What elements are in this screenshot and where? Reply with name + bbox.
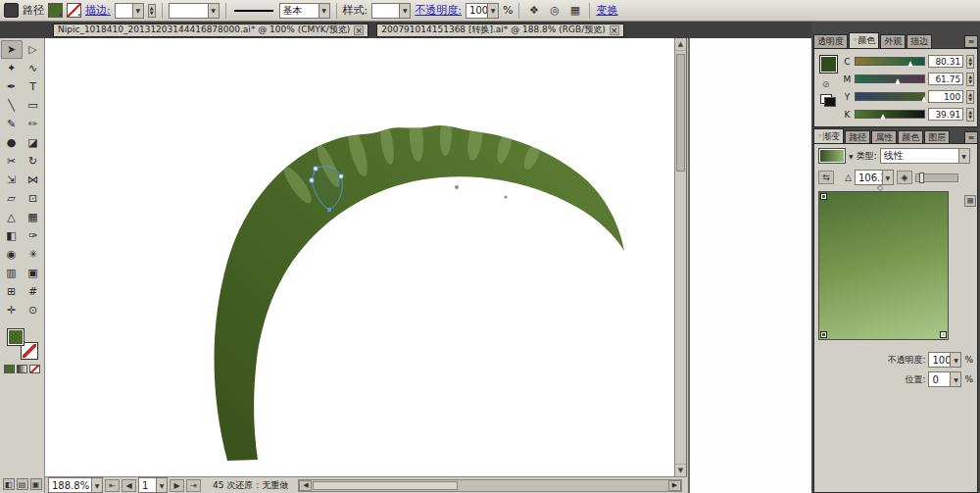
leaf-artwork[interactable] xyxy=(215,125,625,461)
tool-width[interactable]: ⋈ xyxy=(23,171,44,189)
none-icon[interactable]: ⊘ xyxy=(822,79,830,89)
stepper[interactable]: ▲▼ xyxy=(966,55,974,69)
chevron-down-icon[interactable]: ▼ xyxy=(208,4,219,18)
full-screen-with-menu-mode[interactable]: ▤ xyxy=(17,478,28,490)
black-slider[interactable] xyxy=(855,110,925,119)
slider-marker[interactable] xyxy=(880,114,886,120)
close-icon[interactable]: × xyxy=(610,25,619,35)
vertical-scroll-thumb[interactable] xyxy=(676,54,685,172)
chevron-down-icon[interactable]: ▼ xyxy=(849,153,854,160)
tab-stroke[interactable]: 描边 xyxy=(906,34,932,48)
scroll-right-icon[interactable]: ▶ xyxy=(668,480,681,491)
gradient-stop-start[interactable] xyxy=(820,331,827,338)
magenta-slider[interactable] xyxy=(855,74,925,83)
tool-hand[interactable]: ✛ xyxy=(1,301,23,320)
tool-eyedropper[interactable]: ✑ xyxy=(23,226,44,245)
brush-definition-combo[interactable]: 基本▼ xyxy=(279,3,330,19)
tool-rectangle[interactable]: ▭ xyxy=(23,96,44,115)
tab-paths[interactable]: 路径 xyxy=(845,130,870,144)
tab-color[interactable]: 颜色 xyxy=(849,32,879,48)
style-combo[interactable]: ▼ xyxy=(371,3,411,19)
stroke-weight-stepper[interactable]: ▲▼ xyxy=(148,4,156,18)
scroll-down-icon[interactable]: ▼ xyxy=(675,464,686,476)
tool-rotate[interactable]: ↻ xyxy=(23,152,44,171)
anchor-point[interactable] xyxy=(314,167,318,171)
tool-paintbrush[interactable]: ✎ xyxy=(1,115,23,133)
canvas[interactable] xyxy=(45,38,674,476)
tool-magic-wand[interactable]: ✦ xyxy=(1,59,23,77)
anchor-point[interactable] xyxy=(310,178,314,182)
scroll-up-icon[interactable]: ▲ xyxy=(675,38,686,51)
chevron-down-icon[interactable]: ▼ xyxy=(950,353,960,367)
gradient-angle-combo[interactable]: 106.3▼ xyxy=(855,170,894,185)
chevron-down-icon[interactable]: ▼ xyxy=(318,4,329,18)
tool-live-paint-bucket[interactable]: ▣ xyxy=(23,264,44,282)
full-screen-mode[interactable]: ▣ xyxy=(30,478,42,490)
gradient-stop-icon[interactable]: ◈ xyxy=(897,171,912,184)
zoom-combo[interactable]: 188.8%▼ xyxy=(48,477,103,493)
gradient-stop[interactable] xyxy=(820,193,827,200)
tool-zoom[interactable]: ⊙ xyxy=(23,301,44,320)
tool-blob-brush[interactable]: ● xyxy=(1,133,23,152)
slider-marker[interactable] xyxy=(895,78,901,84)
none-button[interactable] xyxy=(29,365,40,373)
slider-marker[interactable] xyxy=(907,61,913,67)
close-icon[interactable]: × xyxy=(354,25,364,35)
tab-transparency[interactable]: 透明度 xyxy=(813,34,848,48)
yellow-slider[interactable] xyxy=(855,92,925,101)
gradient-type-combo[interactable]: 线性▼ xyxy=(880,148,970,164)
chevron-down-icon[interactable]: ▼ xyxy=(958,149,969,163)
stroke-link[interactable]: 描边: xyxy=(85,3,111,18)
scroll-left-icon[interactable]: ◀ xyxy=(299,480,312,491)
chevron-down-icon[interactable]: ▼ xyxy=(91,478,102,492)
tool-pencil[interactable]: ✏ xyxy=(23,115,44,133)
tool-slice[interactable]: # xyxy=(23,282,44,301)
gradient-slider-thumb[interactable] xyxy=(919,173,924,183)
horizontal-scrollbar[interactable]: ◀ ▶ xyxy=(298,479,682,492)
stroke-weight-combo[interactable]: ▼ xyxy=(115,3,144,19)
variable-width-combo[interactable]: ▼ xyxy=(169,3,220,19)
toolbar-fill-swatch[interactable] xyxy=(7,328,24,346)
tool-pen[interactable]: ✒ xyxy=(1,77,23,96)
chevron-down-icon[interactable]: ▼ xyxy=(132,4,143,18)
last-artboard-button[interactable]: ⇥ xyxy=(186,479,201,492)
tool-column-graph[interactable]: ▥ xyxy=(1,264,23,282)
chevron-down-icon[interactable]: ▼ xyxy=(950,372,960,386)
chevron-down-icon[interactable]: ▼ xyxy=(399,4,410,18)
gradient-location-combo[interactable]: 0▼ xyxy=(928,371,961,387)
active-fill-swatch[interactable] xyxy=(819,55,838,74)
tool-free-transform[interactable]: ▱ xyxy=(1,189,23,208)
artboard-number-combo[interactable]: 1▼ xyxy=(138,477,168,493)
gradient-opacity-combo[interactable]: 100▼ xyxy=(928,352,961,368)
stepper[interactable]: ▲▼ xyxy=(966,108,974,122)
gradient-preview[interactable] xyxy=(818,191,949,340)
anchor-point[interactable] xyxy=(339,174,343,178)
tool-type[interactable]: T xyxy=(23,77,44,96)
first-artboard-button[interactable]: ⇤ xyxy=(105,479,120,492)
tab-color-2[interactable]: 颜色 xyxy=(898,130,923,144)
align-options-icon[interactable]: ▦ xyxy=(566,3,583,19)
tool-blend[interactable]: ◉ xyxy=(1,245,23,264)
cyan-slider[interactable] xyxy=(855,57,925,66)
tool-shape-builder[interactable]: ⊡ xyxy=(23,189,44,208)
chevron-down-icon[interactable]: ▼ xyxy=(156,478,167,492)
gradient-button[interactable] xyxy=(17,365,27,373)
stepper[interactable]: ▲▼ xyxy=(966,73,974,86)
tool-perspective-grid[interactable]: △ xyxy=(1,208,23,226)
slider-marker[interactable] xyxy=(921,96,927,102)
panel-menu-icon[interactable]: ≡ xyxy=(964,35,978,48)
horizontal-scroll-thumb[interactable] xyxy=(313,481,458,490)
tool-mesh[interactable]: ▦ xyxy=(23,208,44,226)
stepper[interactable]: ▲▼ xyxy=(966,90,974,104)
cyan-value[interactable]: 80.31 xyxy=(928,55,963,68)
tool-scale[interactable]: ⇲ xyxy=(1,171,23,189)
next-artboard-button[interactable]: ▶ xyxy=(170,479,184,492)
transform-link[interactable]: 变换 xyxy=(596,3,617,18)
tool-gradient[interactable]: ◧ xyxy=(1,226,23,245)
tab-layers[interactable]: 图层 xyxy=(924,130,950,144)
recolor-artwork-icon[interactable]: ❖ xyxy=(525,3,542,19)
gradient-fill-chip[interactable] xyxy=(818,148,846,164)
chevron-down-icon[interactable]: ▼ xyxy=(487,4,498,18)
tool-selection[interactable]: ➤ xyxy=(1,40,23,59)
opacity-link[interactable]: 不透明度: xyxy=(415,3,462,18)
